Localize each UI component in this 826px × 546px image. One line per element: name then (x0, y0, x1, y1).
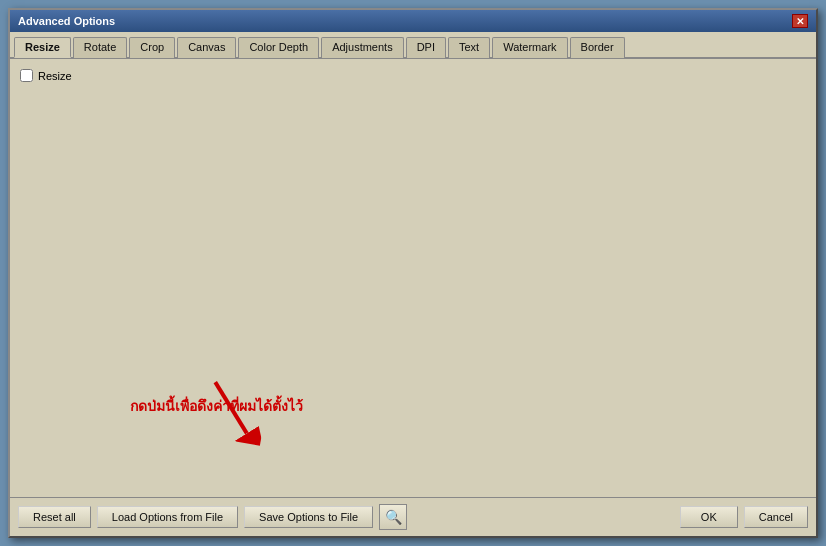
content-area: Resize กดป่มนี้เพื่อดึงค่าที่ผมได้ตั้งไว… (10, 59, 816, 497)
load-options-button[interactable]: Load Options from File (97, 506, 238, 528)
svg-line-1 (207, 382, 254, 433)
ok-button[interactable]: OK (680, 506, 738, 528)
save-options-button[interactable]: Save Options to File (244, 506, 373, 528)
tab-dpi[interactable]: DPI (406, 37, 446, 58)
tab-watermark[interactable]: Watermark (492, 37, 567, 58)
close-button[interactable]: ✕ (792, 14, 808, 28)
tab-bar: Resize Rotate Crop Canvas Color Depth Ad… (10, 32, 816, 59)
advanced-options-dialog: Advanced Options ✕ Resize Rotate Crop Ca… (8, 8, 818, 538)
folder-icon-button[interactable]: 🔍 (379, 504, 407, 530)
tab-resize[interactable]: Resize (14, 37, 71, 58)
tab-rotate[interactable]: Rotate (73, 37, 127, 58)
tab-adjustments[interactable]: Adjustments (321, 37, 404, 58)
resize-label: Resize (38, 70, 72, 82)
tab-canvas[interactable]: Canvas (177, 37, 236, 58)
resize-checkbox-row: Resize (20, 69, 806, 82)
cancel-button[interactable]: Cancel (744, 506, 808, 528)
tab-border[interactable]: Border (570, 37, 625, 58)
search-icon: 🔍 (385, 509, 402, 525)
tab-color-depth[interactable]: Color Depth (238, 37, 319, 58)
reset-all-button[interactable]: Reset all (18, 506, 91, 528)
red-arrow-icon (200, 376, 271, 451)
dialog-title: Advanced Options (18, 15, 115, 27)
tab-crop[interactable]: Crop (129, 37, 175, 58)
tab-text[interactable]: Text (448, 37, 490, 58)
titlebar: Advanced Options ✕ (10, 10, 816, 32)
bottom-bar: Reset all Load Options from File Save Op… (10, 497, 816, 536)
resize-checkbox[interactable] (20, 69, 33, 82)
